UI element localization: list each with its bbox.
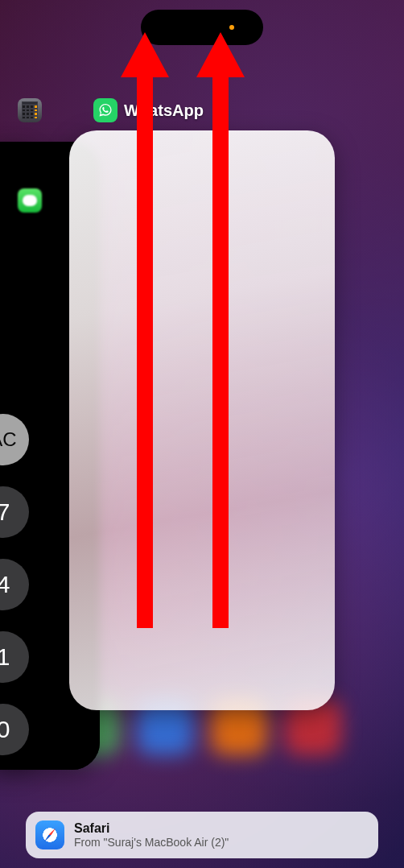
iphone-app-switcher-screen: WhatsApp ‹ AC 7 4 1 0 [0,0,404,868]
handoff-source-line: From "Suraj's MacBook Air (2)" [74,836,229,849]
calculator-icon [18,98,42,122]
calculator-key-0[interactable]: 0 [0,704,29,755]
calculator-icon-art [22,101,38,119]
calculator-key-1[interactable]: 1 [0,631,29,683]
whatsapp-icon [93,98,117,122]
safari-icon [35,820,64,849]
microphone-indicator-dot [229,25,234,30]
whatsapp-label: WhatsApp [124,101,204,120]
whatsapp-header[interactable]: WhatsApp [93,98,204,122]
calculator-key-7[interactable]: 7 [0,486,29,538]
messages-icon [18,188,42,213]
calculator-key-4[interactable]: 4 [0,559,29,610]
handoff-app-title: Safari [74,820,229,836]
calculator-key-ac[interactable]: AC [0,414,29,465]
dynamic-island[interactable] [141,10,263,45]
calculator-header[interactable] [18,98,42,122]
handoff-banner[interactable]: Safari From "Suraj's MacBook Air (2)" [26,812,378,858]
handoff-text: Safari From "Suraj's MacBook Air (2)" [74,820,229,849]
app-card-whatsapp[interactable] [69,130,335,710]
app-switcher-header-row: WhatsApp [0,93,404,132]
